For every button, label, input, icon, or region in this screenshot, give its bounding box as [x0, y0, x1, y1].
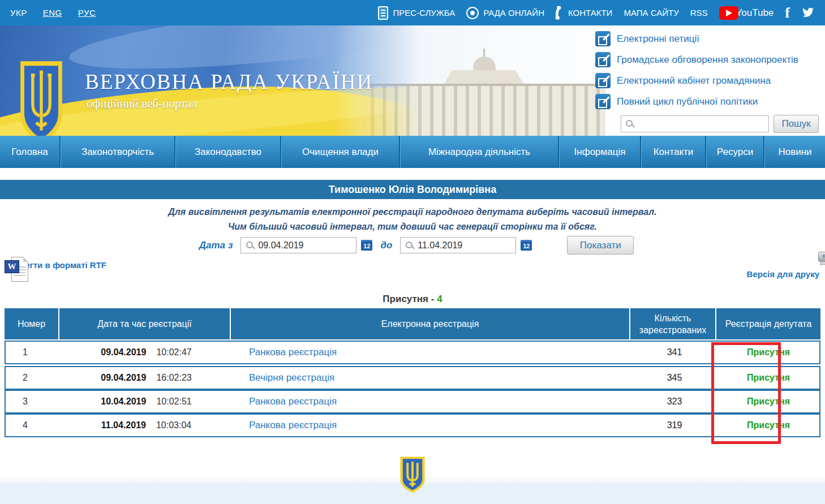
contacts-link[interactable]: КОНТАКТИ [556, 6, 612, 20]
facebook-icon: f [785, 6, 790, 20]
calendar-icon[interactable]: 12 [521, 240, 532, 251]
row-time: 10:03:04 [156, 420, 191, 430]
language-switcher: УКР ENG РУС [10, 8, 96, 18]
header-banner: ВЕРХОВНА РАДА УКРАЇНИ офіційний веб-порт… [0, 25, 825, 136]
date-from-label: Дата з [199, 240, 233, 251]
table-row: 2 09.04.2019 16:02:23 Вечірня реєстрація… [5, 366, 820, 390]
row-date: 10.04.2019 [101, 397, 146, 407]
row-number: 1 [6, 342, 61, 363]
row-count: 319 [631, 415, 717, 436]
row-datetime: 11.04.2019 10:03:04 [61, 415, 232, 436]
nav-item-international[interactable]: Міжнародна діяльність [400, 136, 559, 168]
registration-link[interactable]: Ранкова реєстрація [249, 347, 337, 358]
edit-pencil-icon [595, 31, 611, 46]
registration-link[interactable]: Ранкова реєстрація [249, 396, 337, 407]
quick-link-policy-cycle[interactable]: Повний цикл публічної політики [595, 94, 820, 109]
date-from-box [240, 237, 356, 253]
calendar-icon[interactable]: 12 [361, 240, 372, 251]
nav-item-news[interactable]: Новини [764, 136, 825, 168]
row-datetime: 09.04.2019 10:02:47 [61, 342, 232, 363]
nav-item-legislation[interactable]: Законодавство [175, 136, 281, 168]
search-button[interactable]: Пошук [774, 115, 819, 133]
edit-pencil-icon [595, 94, 611, 109]
quick-link-public-discussion[interactable]: Громадське обговорення законопроектів [595, 52, 820, 67]
edit-pencil-icon [595, 52, 611, 67]
page-title: Тимошенко Юлія Володимирівна [0, 180, 825, 199]
site-subtitle: офіційний веб-портал [87, 97, 197, 111]
table-row: 1 09.04.2019 10:02:47 Ранкова реєстрація… [5, 341, 820, 364]
print-version-label: Версія для друку [747, 269, 819, 279]
quick-link-petitions[interactable]: Електронні петиції [595, 31, 820, 46]
site-title: ВЕРХОВНА РАДА УКРАЇНИ [85, 70, 373, 94]
row-number: 3 [6, 391, 61, 412]
date-from-input[interactable] [258, 238, 354, 253]
quick-links-panel: Електронні петиції Громадське обговоренн… [595, 31, 820, 133]
save-rtf-link[interactable]: W Зберегти в форматі RTF [5, 257, 106, 270]
youtube-icon [719, 6, 738, 20]
highlight-red-box [711, 342, 781, 444]
search-box [621, 115, 769, 132]
press-document-icon [378, 6, 388, 20]
twitter-link[interactable] [801, 7, 815, 19]
row-time: 10:02:47 [156, 347, 191, 357]
top-bar: УКР ENG РУС ПРЕС-СЛУЖБА РАДА ОНЛАЙН КОНТ… [0, 0, 825, 25]
row-date: 09.04.2019 [101, 347, 146, 357]
row-time: 10:02:51 [156, 397, 191, 407]
table-row: 4 11.04.2019 10:03:04 Ранкова реєстрація… [5, 413, 820, 437]
date-filter-row: Дата з 12 до 12 Показати [0, 236, 825, 255]
nav-item-lawmaking[interactable]: Законотворчість [61, 136, 175, 168]
nav-item-lustration[interactable]: Очищення влади [281, 136, 400, 168]
presence-label: Присутня - [383, 294, 434, 304]
nav-item-resources[interactable]: Ресурси [706, 136, 764, 168]
row-date: 09.04.2019 [101, 373, 146, 383]
row-number: 4 [6, 415, 61, 436]
lang-ukr[interactable]: УКР [10, 8, 27, 18]
sitemap-link[interactable]: МАПА САЙТУ [624, 8, 678, 18]
footer-coat-of-arms-icon [400, 456, 425, 495]
registration-link[interactable]: Вечірня реєстрація [249, 372, 334, 384]
rada-online-label: РАДА ОНЛАЙН [483, 8, 544, 18]
quick-link-label: Громадське обговорення законопроектів [617, 54, 798, 66]
nav-item-home[interactable]: Головна [0, 136, 61, 168]
row-count: 341 [631, 342, 717, 363]
facebook-link[interactable]: f [785, 6, 790, 20]
row-time: 16:02:23 [156, 373, 191, 383]
show-button[interactable]: Показати [567, 236, 634, 255]
date-to-label: до [380, 240, 392, 251]
sitemap-label: МАПА САЙТУ [624, 8, 678, 18]
row-number: 2 [6, 367, 61, 389]
row-count: 345 [631, 367, 717, 389]
search-icon [406, 242, 412, 248]
lang-rus[interactable]: РУС [78, 8, 96, 18]
broadcast-icon [466, 7, 479, 19]
lang-eng[interactable]: ENG [43, 8, 62, 18]
quick-link-label: Електронний кабінет громадянина [617, 75, 771, 87]
search-icon [626, 120, 633, 127]
youtube-link[interactable]: YouTube [719, 6, 774, 20]
quick-link-citizen-cabinet[interactable]: Електронний кабінет громадянина [595, 73, 820, 88]
main-navigation: Головна Законотворчість Законодавство Оч… [0, 136, 825, 168]
edit-pencil-icon [595, 73, 611, 88]
instructions: Для висвітлення результатів електронної … [0, 205, 825, 234]
nav-item-information[interactable]: Інформація [559, 136, 641, 168]
press-service-link[interactable]: ПРЕС-СЛУЖБА [378, 6, 455, 20]
rss-link[interactable]: RSS [690, 8, 708, 18]
quick-link-label: Електронні петиції [617, 33, 699, 45]
print-version-link[interactable]: Версія для друку [747, 256, 819, 279]
row-date: 11.04.2019 [101, 420, 146, 430]
col-header-count: Кількість зареєстрованих [630, 308, 716, 339]
instruction-line-2: Чим більший часовий інтервал, тим довший… [0, 219, 825, 234]
date-to-input[interactable] [418, 238, 514, 253]
registration-link[interactable]: Ранкова реєстрація [249, 420, 337, 431]
phone-icon [555, 6, 564, 20]
quick-link-label: Повний цикл публічної політики [617, 96, 758, 107]
nav-item-contacts[interactable]: Контакти [641, 136, 706, 168]
col-header-number: Номер [5, 308, 59, 339]
press-service-label: ПРЕС-СЛУЖБА [393, 8, 455, 18]
table-header: Номер Дата та час реєстрації Електронна … [5, 308, 820, 339]
row-count: 323 [631, 391, 717, 412]
presence-count: 4 [437, 294, 442, 304]
rada-online-link[interactable]: РАДА ОНЛАЙН [466, 7, 544, 19]
search-icon [246, 242, 253, 248]
search-input[interactable] [638, 116, 767, 132]
